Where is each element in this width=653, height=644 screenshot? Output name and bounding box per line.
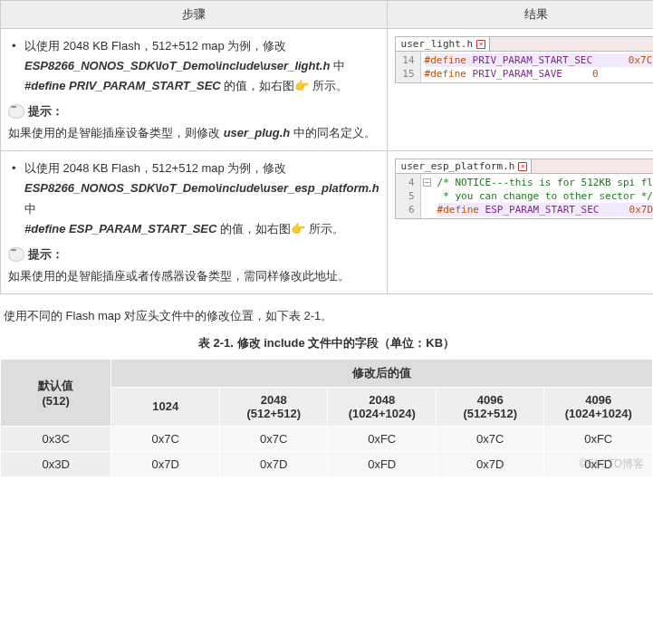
tip-header: 提示：: [8, 246, 379, 263]
table-row: 以使用 2048 KB Flash，512+512 map 为例，修改 ESP8…: [1, 151, 654, 293]
steps-result-table: 步骤 结果 以使用 2048 KB Flash，512+512 map 为例，修…: [0, 0, 653, 294]
flash-map-table: 默认值 (512) 修改后的值 1024 2048(512+512) 2048(…: [0, 359, 653, 477]
col-header: 1024: [111, 387, 220, 426]
col-header: 2048(1024+1024): [328, 387, 437, 426]
header-steps: 步骤: [1, 1, 388, 29]
editor-tab[interactable]: user_light.h ✕: [396, 37, 490, 51]
close-icon[interactable]: ✕: [518, 162, 527, 171]
fold-minus-icon[interactable]: −: [423, 178, 431, 187]
filename: user_esp_platform.h: [401, 160, 515, 172]
code-editor: user_esp_platform.h ✕ 4 5 6 − /* NOTICE-…: [395, 159, 653, 219]
editor-tab[interactable]: user_esp_platform.h ✕: [396, 159, 533, 173]
header-result: 结果: [387, 1, 653, 29]
col-group-label: 修改后的值: [111, 359, 653, 387]
code-path: ESP8266_NONOS_SDK\IoT_Demo\include\user_…: [24, 181, 379, 195]
row-header-label: 默认值 (512): [1, 359, 111, 426]
tip-header: 提示：: [8, 103, 379, 120]
close-icon[interactable]: ✕: [476, 40, 485, 49]
tip-body: 如果使用的是智能插座设备类型，则修改 user_plug.h 中的同名定义。: [8, 123, 379, 143]
table2-caption: 表 2-1. 修改 include 文件中的字段（单位：KB）: [0, 335, 653, 351]
tip-body: 如果使用的是智能插座或者传感器设备类型，需同样修改此地址。: [8, 266, 379, 286]
code-editor: user_light.h ✕ 14 15 #define PRIV_PARAM_…: [395, 36, 653, 83]
line-gutter: 14 15: [396, 52, 421, 82]
step-bullet: 以使用 2048 KB Flash，512+512 map 为例，修改 ESP8…: [12, 159, 379, 238]
code-content: #define PRIV_PARAM_START_SEC 0x7C #defin…: [421, 52, 653, 82]
editor-tab-bar: user_light.h ✕: [396, 37, 653, 52]
data-row: 0x3D 0x7D 0x7D 0xFD 0x7D 0xFD: [1, 451, 653, 476]
code-path: ESP8266_NONOS_SDK\IoT_Demo\include\user_…: [24, 59, 330, 72]
code-content: /* NOTICE---this is for 512KB spi flash.…: [434, 174, 653, 218]
speech-bubble-icon: [8, 247, 24, 262]
define-name: #define ESP_PARAM_START_SEC: [24, 222, 216, 235]
table-row: 以使用 2048 KB Flash，512+512 map 为例，修改 ESP8…: [1, 29, 654, 151]
col-header: 4096(512+512): [436, 387, 544, 426]
step-bullet: 以使用 2048 KB Flash，512+512 map 为例，修改 ESP8…: [12, 36, 379, 96]
col-header: 4096(1024+1024): [544, 387, 653, 426]
define-name: #define PRIV_PARAM_START_SEC: [24, 79, 221, 92]
filename: user_light.h: [401, 38, 473, 50]
intro-text: 使用不同的 Flash map 对应头文件中的修改位置，如下表 2-1。: [4, 307, 649, 326]
editor-tab-bar: user_esp_platform.h ✕: [396, 159, 653, 174]
speech-bubble-icon: [8, 104, 24, 119]
col-header: 2048(512+512): [219, 387, 328, 426]
fold-gutter: −: [421, 174, 434, 218]
line-gutter: 4 5 6: [396, 174, 421, 218]
data-row: 0x3C 0x7C 0x7C 0xFC 0x7C 0xFC: [1, 426, 653, 451]
